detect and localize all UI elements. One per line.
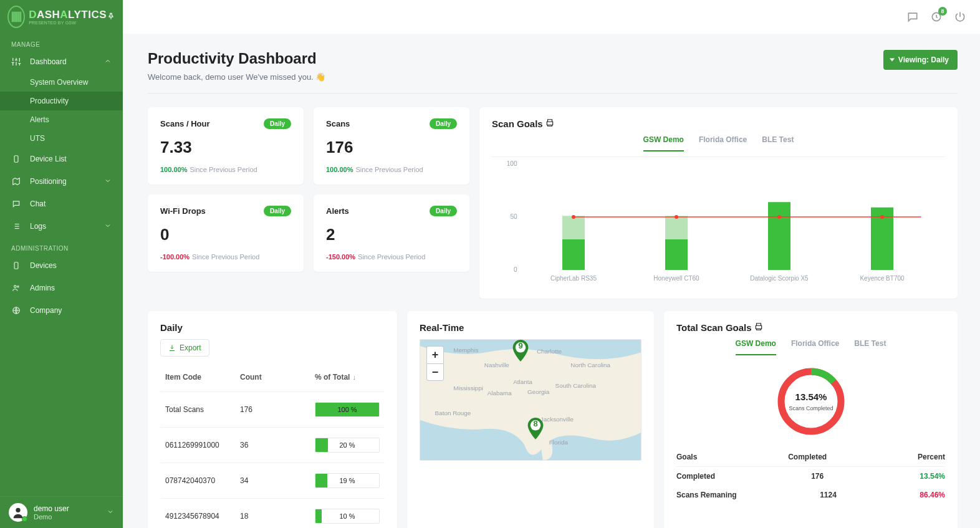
realtime-title: Real-Time (420, 322, 641, 333)
realtime-card: Real-Time Memphis Charlotte Nashville No… (407, 311, 654, 528)
svg-rect-23 (562, 239, 585, 270)
sidebar-item-dashboard[interactable]: Dashboard (0, 50, 123, 73)
zoom-in-button[interactable]: + (426, 346, 444, 363)
kpi-value: 0 (160, 225, 291, 244)
col-count[interactable]: Count (238, 369, 312, 385)
tab-ble-2[interactable]: BLE Test (854, 339, 886, 355)
sidebar-item-label: Devices (30, 261, 57, 270)
sidebar-item-chat[interactable]: Chat (0, 193, 123, 215)
sidebar-sub-productivity[interactable]: Productivity (0, 92, 123, 110)
sidebar: DASHALYTICS PRESENTED BY GSW MANAGE Dash… (0, 0, 123, 528)
tab-gsw-demo-2[interactable]: GSW Demo (736, 339, 776, 355)
map-icon (11, 176, 21, 186)
zoom-out-button[interactable]: − (426, 363, 444, 381)
progress-bar: 19 % (315, 473, 380, 488)
svg-text:Alabama: Alabama (488, 390, 512, 396)
svg-point-35 (675, 215, 678, 219)
kpi-card: Wi-Fi Drops Daily 0 -100.00%Since Previo… (148, 194, 304, 272)
svg-text:Memphis: Memphis (453, 347, 478, 353)
pin-icon[interactable] (107, 12, 115, 22)
svg-text:Mississippi: Mississippi (453, 385, 483, 391)
svg-point-17 (16, 508, 20, 512)
sidebar-item-devicelist[interactable]: Device List (0, 148, 123, 170)
sidebar-item-company[interactable]: Company (0, 299, 123, 322)
phone-icon (11, 154, 21, 164)
notifications-icon[interactable]: 8 (930, 11, 943, 23)
tab-florida-2[interactable]: Florida Office (791, 339, 839, 355)
kpi-title: Scans (326, 119, 350, 128)
tab-gsw-demo[interactable]: GSW Demo (643, 135, 684, 151)
cell-count: 18 (238, 508, 312, 524)
summary-label: Completed (676, 472, 715, 481)
scan-goals-card: Scan Goals GSW Demo Florida Office BLE T… (479, 107, 958, 299)
chat-icon[interactable] (906, 11, 919, 23)
sidebar-item-admins[interactable]: Admins (0, 277, 123, 299)
svg-marker-6 (13, 178, 20, 185)
summary-percent: 13.54% (920, 472, 945, 481)
summary-col-goals: Goals (676, 453, 697, 461)
kpi-pct: 100.00% (326, 166, 353, 173)
power-icon[interactable] (954, 11, 966, 23)
sidebar-sub-uts[interactable]: UTS (0, 129, 123, 148)
svg-text:South Carolina: South Carolina (555, 382, 597, 389)
donut-chart: 13.54% Scans Completed (676, 360, 945, 448)
table-row: 0787420403703419 % (160, 463, 385, 498)
user-menu[interactable]: demo user Demo (0, 496, 123, 528)
svg-text:Baton Rouge: Baton Rouge (435, 410, 471, 416)
svg-rect-13 (14, 262, 18, 269)
summary-col-completed: Completed (788, 453, 827, 461)
kpi-pct: -100.00% (160, 253, 190, 261)
summary-col-percent: Percent (918, 453, 945, 461)
scan-goals-title: Scan Goals (492, 118, 543, 129)
sidebar-item-logs[interactable]: Logs (0, 215, 123, 238)
col-pct[interactable]: % of Total↓ (312, 369, 382, 385)
cell-code: Total Scans (163, 401, 238, 418)
notification-badge: 8 (938, 7, 947, 16)
col-itemcode[interactable]: Item Code (163, 369, 238, 385)
viewing-button[interactable]: Viewing: Daily (883, 50, 958, 70)
svg-text:Honeywell CT60: Honeywell CT60 (653, 275, 699, 282)
svg-text:Charlotte: Charlotte (537, 348, 562, 355)
svg-rect-4 (20, 12, 21, 22)
welcome-text: Welcome back, demo user We've missed you… (148, 72, 325, 82)
cell-count: 176 (238, 401, 312, 418)
kpi-value: 7.33 (160, 138, 291, 157)
svg-rect-5 (14, 156, 18, 163)
cell-code: 078742040370 (163, 473, 238, 489)
list-icon (11, 221, 21, 231)
globe-icon (11, 305, 21, 315)
sidebar-sub-alerts[interactable]: Alerts (0, 110, 123, 129)
chevron-down-icon (104, 177, 112, 186)
sidebar-item-label: Admins (30, 284, 55, 292)
map-marker[interactable]: 9 (512, 340, 529, 362)
print-icon[interactable] (545, 118, 554, 129)
sidebar-item-label: Dashboard (30, 57, 67, 66)
sidebar-item-positioning[interactable]: Positioning (0, 170, 123, 193)
cell-code: 4912345678904 (163, 508, 238, 524)
export-button[interactable]: Export (160, 339, 209, 357)
map[interactable]: Memphis Charlotte Nashville North Caroli… (420, 339, 641, 461)
total-goals-card: Total Scan Goals GSW Demo Florida Office… (664, 311, 958, 528)
tab-ble[interactable]: BLE Test (762, 135, 794, 151)
tab-florida[interactable]: Florida Office (699, 135, 747, 151)
map-marker[interactable]: 8 (527, 418, 544, 439)
summary-percent: 86.46% (920, 491, 945, 499)
sidebar-item-devices[interactable]: Devices (0, 254, 123, 277)
users-icon (11, 283, 21, 293)
svg-text:50: 50 (510, 213, 517, 220)
sidebar-sub-overview[interactable]: System Overview (0, 73, 123, 92)
user-name: demo user (34, 504, 69, 513)
brand-name: DASHALYTICS (29, 9, 107, 20)
wave-icon: 👋 (315, 72, 325, 82)
svg-text:13.54%: 13.54% (795, 391, 827, 402)
svg-point-37 (880, 215, 884, 219)
sidebar-item-label: Chat (30, 199, 46, 208)
kpi-value: 176 (326, 138, 457, 157)
svg-rect-3 (19, 12, 19, 22)
scan-goals-tabs: GSW Demo Florida Office BLE Test (492, 135, 945, 151)
print-icon[interactable] (754, 322, 763, 333)
kpi-badge: Daily (264, 206, 291, 216)
topbar: 8 (123, 0, 980, 34)
kpi-badge: Daily (264, 118, 291, 129)
kpi-badge: Daily (430, 206, 457, 216)
